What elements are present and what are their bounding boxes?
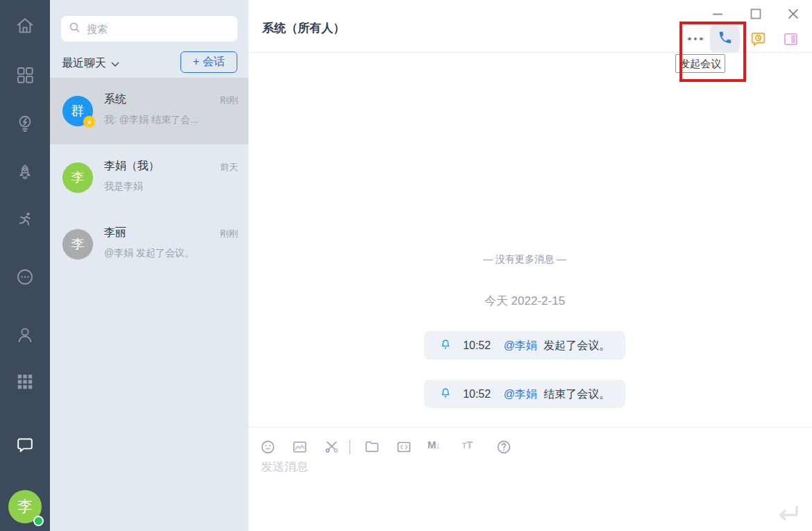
chevron-down-icon bbox=[106, 58, 119, 70]
chat-item-lili[interactable]: 李 李丽 刚刚 @李娟 发起了会议。 bbox=[50, 211, 248, 278]
enter-icon[interactable] bbox=[775, 503, 801, 524]
no-more-messages-label: — 没有更多消息 — bbox=[248, 253, 801, 266]
chat-name: 李丽 bbox=[104, 226, 126, 240]
bell-icon bbox=[439, 390, 452, 402]
start-meeting-button[interactable] bbox=[710, 25, 740, 53]
chat-preview: @李娟 发起了会议。 bbox=[104, 247, 194, 260]
chat-time: 刚刚 bbox=[220, 228, 238, 240]
more-circle-icon bbox=[15, 267, 35, 287]
system-message: 10:52 @李娟 发起了会议。 bbox=[424, 331, 626, 360]
chat-name: 系统 bbox=[104, 92, 126, 107]
chat-icon bbox=[15, 435, 35, 455]
font-size-icon[interactable]: TT bbox=[462, 439, 480, 455]
chat-name: 李娟（我） bbox=[104, 159, 160, 174]
chat-time: 前天 bbox=[220, 161, 238, 174]
tooltip: 发起会议 bbox=[675, 54, 725, 73]
chat-preview: 我: @李娟 结束了会... bbox=[104, 114, 198, 126]
contacts-icon bbox=[15, 326, 35, 345]
page-title: 系统（所有人） bbox=[262, 20, 345, 36]
mention-link[interactable]: @李娟 bbox=[504, 388, 537, 400]
system-message-row: 10:52 @李娟 结束了会议。 bbox=[248, 380, 801, 408]
bell-icon bbox=[439, 342, 452, 353]
chat-filter-dropdown[interactable]: 最近聊天 bbox=[62, 56, 119, 71]
folder-icon[interactable] bbox=[364, 439, 380, 455]
image-icon[interactable] bbox=[291, 439, 308, 455]
message-time: 10:52 bbox=[463, 339, 491, 351]
search-box[interactable] bbox=[61, 16, 237, 42]
sidebar-item-workbench[interactable] bbox=[15, 372, 35, 391]
sidebar-item-activity[interactable] bbox=[15, 210, 35, 230]
mention-link[interactable]: @李娟 bbox=[504, 339, 537, 351]
chat-item-system[interactable]: 群 ★ 系统 刚刚 我: @李娟 结束了会... bbox=[50, 78, 248, 144]
chat-item-list: 群 ★ 系统 刚刚 我: @李娟 结束了会... 李 李娟（我） 前天 我是李娟… bbox=[50, 78, 248, 278]
chat-list-panel: 最近聊天 + 会话 群 ★ 系统 刚刚 我: @李娟 结束了会... 李 李娟（… bbox=[50, 0, 248, 531]
chat-preview: 我是李娟 bbox=[104, 180, 143, 193]
composer-toolbar: M↓ TT bbox=[260, 439, 527, 455]
new-conversation-button[interactable]: + 会话 bbox=[180, 51, 237, 73]
user-avatar: 李 bbox=[62, 229, 93, 260]
user-avatar-text: 李 bbox=[17, 496, 33, 517]
sidebar-item-ideas[interactable] bbox=[15, 114, 35, 133]
chat-history-icon[interactable] bbox=[750, 31, 767, 48]
message-composer bbox=[261, 460, 747, 474]
app-window: 李 最近聊天 + 会话 群 ★ 系统 刚刚 我: @李娟 结束了会... bbox=[0, 0, 812, 531]
maximize-icon[interactable] bbox=[748, 6, 763, 22]
system-message: 10:52 @李娟 结束了会议。 bbox=[424, 380, 626, 408]
minimize-icon[interactable] bbox=[710, 6, 725, 22]
composer-divider bbox=[248, 427, 812, 428]
message-time: 10:52 bbox=[463, 388, 491, 400]
markdown-icon[interactable]: M↓ bbox=[428, 439, 447, 455]
nav-rail: 李 bbox=[0, 0, 50, 531]
online-status-dot bbox=[33, 516, 44, 526]
user-avatar: 李 bbox=[62, 162, 93, 193]
rocket-icon bbox=[15, 163, 35, 183]
chat-item-lijuan[interactable]: 李 李娟（我） 前天 我是李娟 bbox=[50, 144, 248, 211]
sidebar-item-home[interactable] bbox=[15, 16, 35, 35]
chat-time: 刚刚 bbox=[220, 94, 238, 107]
home-icon bbox=[15, 16, 35, 35]
close-icon[interactable] bbox=[786, 6, 801, 22]
sidebar-item-more[interactable] bbox=[15, 267, 35, 287]
sidebar-item-apps[interactable] bbox=[15, 65, 35, 85]
chat-filter-label: 最近聊天 bbox=[62, 56, 106, 71]
system-message-row: 10:52 @李娟 发起了会议。 bbox=[248, 331, 801, 360]
emoji-icon[interactable] bbox=[260, 439, 276, 455]
sidebar-item-chat[interactable] bbox=[15, 435, 35, 455]
date-separator: 今天 2022-2-15 bbox=[248, 293, 801, 309]
message-input[interactable] bbox=[261, 460, 747, 474]
sidebar-item-contacts[interactable] bbox=[15, 326, 35, 345]
code-icon[interactable] bbox=[396, 439, 412, 455]
panel-toggle-icon[interactable] bbox=[782, 31, 800, 48]
user-avatar[interactable]: 李 bbox=[8, 490, 42, 523]
idea-icon bbox=[15, 114, 35, 133]
message-text: 发起了会议。 bbox=[543, 339, 610, 351]
group-avatar: 群 ★ bbox=[62, 96, 93, 126]
workbench-icon bbox=[15, 372, 35, 391]
activity-icon bbox=[15, 210, 35, 230]
scissors-icon[interactable] bbox=[323, 439, 340, 455]
message-text: 结束了会议。 bbox=[543, 388, 610, 400]
sidebar-item-rocket[interactable] bbox=[15, 163, 35, 183]
toolbar-separator bbox=[349, 440, 350, 454]
star-badge-icon: ★ bbox=[83, 116, 95, 128]
call-icon bbox=[718, 30, 733, 48]
search-input[interactable] bbox=[87, 23, 230, 35]
apps-icon bbox=[15, 65, 35, 85]
help-icon[interactable] bbox=[496, 439, 512, 455]
search-icon bbox=[68, 21, 81, 37]
more-actions-icon[interactable] bbox=[685, 35, 706, 43]
